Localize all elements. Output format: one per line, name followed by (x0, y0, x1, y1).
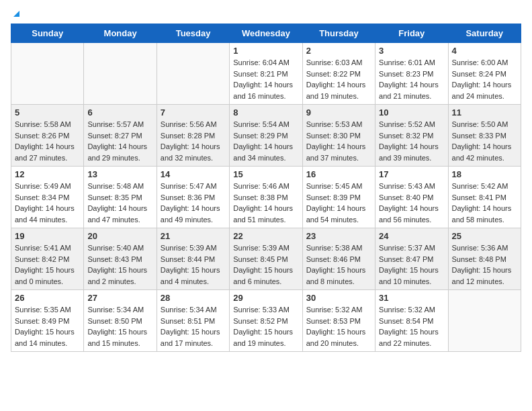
day-number: 6 (87, 107, 152, 118)
calendar-cell: 22Sunrise: 5:39 AMSunset: 8:45 PMDayligh… (230, 228, 302, 290)
day-number: 29 (233, 293, 298, 303)
calendar-cell (84, 43, 157, 105)
sunrise-text: Sunrise: 5:39 AM (233, 242, 298, 254)
day-number: 11 (452, 107, 517, 118)
day-number: 22 (233, 231, 298, 241)
calendar-cell: 7Sunrise: 5:56 AMSunset: 8:28 PMDaylight… (157, 105, 229, 167)
calendar-cell: 16Sunrise: 5:45 AMSunset: 8:39 PMDayligh… (302, 167, 375, 228)
calendar-cell (157, 43, 229, 105)
sunset-text: Sunset: 8:27 PM (87, 130, 152, 142)
day-info: Sunrise: 5:37 AMSunset: 8:47 PMDaylight:… (379, 242, 444, 287)
calendar-cell: 18Sunrise: 5:42 AMSunset: 8:41 PMDayligh… (448, 167, 521, 228)
logo (11, 11, 19, 17)
sunset-text: Sunset: 8:26 PM (15, 130, 80, 142)
day-info: Sunrise: 5:54 AMSunset: 8:29 PMDaylight:… (233, 119, 298, 163)
day-number: 14 (161, 169, 226, 179)
sunrise-text: Sunrise: 6:01 AM (379, 57, 444, 68)
day-number: 2 (306, 46, 371, 56)
day-number: 7 (161, 107, 226, 118)
sunrise-text: Sunrise: 5:37 AM (379, 242, 444, 254)
daylight-text: Daylight: 14 hours and 16 minutes. (233, 79, 298, 101)
calendar-cell: 3Sunrise: 6:01 AMSunset: 8:23 PMDaylight… (375, 43, 448, 105)
daylight-text: Daylight: 14 hours and 37 minutes. (306, 141, 371, 163)
calendar-cell: 29Sunrise: 5:33 AMSunset: 8:52 PMDayligh… (230, 290, 302, 352)
weekday-header: Friday (375, 24, 448, 43)
day-info: Sunrise: 6:04 AMSunset: 8:21 PMDaylight:… (233, 57, 298, 101)
day-info: Sunrise: 5:46 AMSunset: 8:38 PMDaylight:… (233, 181, 298, 225)
daylight-text: Daylight: 14 hours and 44 minutes. (15, 203, 80, 225)
day-info: Sunrise: 5:32 AMSunset: 8:53 PMDaylight:… (306, 304, 371, 349)
sunset-text: Sunset: 8:41 PM (452, 192, 517, 203)
sunrise-text: Sunrise: 5:46 AM (233, 181, 298, 192)
sunset-text: Sunset: 8:46 PM (306, 254, 371, 265)
sunrise-text: Sunrise: 5:47 AM (161, 181, 226, 192)
sunset-text: Sunset: 8:32 PM (379, 130, 444, 142)
day-number: 5 (15, 107, 80, 118)
day-info: Sunrise: 6:01 AMSunset: 8:23 PMDaylight:… (379, 57, 444, 101)
sunrise-text: Sunrise: 5:32 AM (306, 304, 371, 316)
day-info: Sunrise: 6:03 AMSunset: 8:22 PMDaylight:… (306, 57, 371, 101)
sunrise-text: Sunrise: 6:00 AM (452, 57, 517, 68)
daylight-text: Daylight: 14 hours and 29 minutes. (87, 141, 152, 163)
daylight-text: Daylight: 15 hours and 6 minutes. (233, 265, 298, 287)
calendar-cell: 15Sunrise: 5:46 AMSunset: 8:38 PMDayligh… (230, 167, 302, 228)
day-info: Sunrise: 5:52 AMSunset: 8:32 PMDaylight:… (379, 119, 444, 163)
weekday-header: Thursday (302, 24, 375, 43)
sunset-text: Sunset: 8:34 PM (15, 192, 80, 203)
calendar-cell: 12Sunrise: 5:49 AMSunset: 8:34 PMDayligh… (11, 167, 84, 228)
calendar-cell (11, 43, 84, 105)
sunset-text: Sunset: 8:28 PM (161, 130, 226, 142)
sunrise-text: Sunrise: 5:41 AM (15, 242, 80, 254)
sunset-text: Sunset: 8:45 PM (233, 254, 298, 265)
daylight-text: Daylight: 15 hours and 8 minutes. (306, 265, 371, 287)
calendar-cell (448, 290, 521, 352)
calendar-cell: 17Sunrise: 5:43 AMSunset: 8:40 PMDayligh… (375, 167, 448, 228)
weekday-header: Sunday (11, 24, 84, 43)
page-header (11, 11, 521, 17)
day-number: 26 (15, 293, 80, 303)
day-info: Sunrise: 5:33 AMSunset: 8:52 PMDaylight:… (233, 304, 298, 349)
calendar-cell: 20Sunrise: 5:40 AMSunset: 8:43 PMDayligh… (84, 228, 157, 290)
calendar-cell: 13Sunrise: 5:48 AMSunset: 8:35 PMDayligh… (84, 167, 157, 228)
day-number: 9 (306, 107, 371, 118)
sunset-text: Sunset: 8:36 PM (161, 192, 226, 203)
sunset-text: Sunset: 8:47 PM (379, 254, 444, 265)
sunrise-text: Sunrise: 5:39 AM (161, 242, 226, 254)
weekday-header: Monday (84, 24, 157, 43)
sunset-text: Sunset: 8:54 PM (379, 316, 444, 327)
sunset-text: Sunset: 8:29 PM (233, 130, 298, 142)
weekday-header: Saturday (448, 24, 521, 43)
day-info: Sunrise: 6:00 AMSunset: 8:24 PMDaylight:… (452, 57, 517, 101)
sunrise-text: Sunrise: 5:50 AM (452, 119, 517, 130)
sunset-text: Sunset: 8:35 PM (87, 192, 152, 203)
day-number: 24 (379, 231, 444, 241)
day-number: 13 (87, 169, 152, 179)
daylight-text: Daylight: 15 hours and 17 minutes. (161, 326, 226, 349)
sunset-text: Sunset: 8:49 PM (15, 316, 80, 327)
day-number: 27 (87, 293, 152, 303)
day-info: Sunrise: 5:39 AMSunset: 8:45 PMDaylight:… (233, 242, 298, 287)
daylight-text: Daylight: 14 hours and 21 minutes. (379, 79, 444, 101)
day-number: 28 (161, 293, 226, 303)
daylight-text: Daylight: 15 hours and 12 minutes. (452, 265, 517, 287)
sunrise-text: Sunrise: 5:49 AM (15, 181, 80, 192)
sunset-text: Sunset: 8:44 PM (161, 254, 226, 265)
daylight-text: Daylight: 14 hours and 32 minutes. (161, 141, 226, 163)
daylight-text: Daylight: 14 hours and 49 minutes. (161, 203, 226, 225)
sunset-text: Sunset: 8:38 PM (233, 192, 298, 203)
sunset-text: Sunset: 8:23 PM (379, 68, 444, 80)
sunrise-text: Sunrise: 5:53 AM (306, 119, 371, 130)
sunrise-text: Sunrise: 5:32 AM (379, 304, 444, 316)
daylight-text: Daylight: 15 hours and 15 minutes. (87, 326, 152, 349)
calendar-cell: 10Sunrise: 5:52 AMSunset: 8:32 PMDayligh… (375, 105, 448, 167)
daylight-text: Daylight: 14 hours and 24 minutes. (452, 79, 517, 101)
calendar-cell: 27Sunrise: 5:34 AMSunset: 8:50 PMDayligh… (84, 290, 157, 352)
day-info: Sunrise: 5:41 AMSunset: 8:42 PMDaylight:… (15, 242, 80, 287)
day-info: Sunrise: 5:39 AMSunset: 8:44 PMDaylight:… (161, 242, 226, 287)
sunrise-text: Sunrise: 6:04 AM (233, 57, 298, 68)
day-number: 19 (15, 231, 80, 241)
day-info: Sunrise: 5:57 AMSunset: 8:27 PMDaylight:… (87, 119, 152, 163)
calendar-cell: 8Sunrise: 5:54 AMSunset: 8:29 PMDaylight… (230, 105, 302, 167)
sunset-text: Sunset: 8:43 PM (87, 254, 152, 265)
day-number: 30 (306, 293, 371, 303)
